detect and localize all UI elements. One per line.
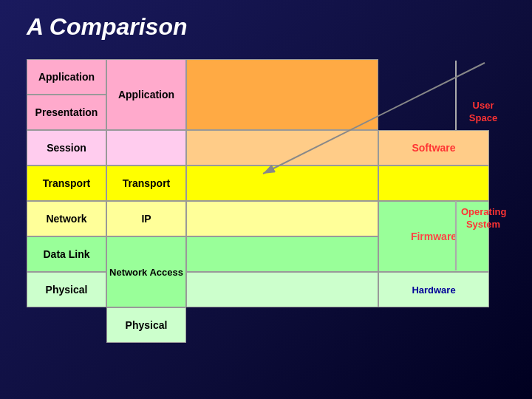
tcpip-physical: Physical	[106, 307, 186, 343]
osi-physical: Physical	[27, 272, 106, 307]
tcpip-transport: Transport	[106, 166, 186, 201]
os-detail-transport	[378, 166, 489, 201]
detail-session	[186, 130, 378, 166]
hardware-area: Hardware	[378, 272, 489, 307]
detail-datalink	[186, 236, 378, 272]
detail-app-pres	[186, 59, 378, 130]
tcpip-network-access: Network Access	[106, 236, 186, 307]
page-title: A Comparison	[27, 13, 188, 41]
tcpip-column: Application Transport IP Network Access …	[106, 59, 186, 343]
detail-physical	[186, 272, 378, 307]
user-space-label: User Space	[461, 100, 505, 125]
osi-transport: Transport	[27, 166, 106, 201]
osi-column: Application Presentation Session Transpo…	[27, 59, 106, 307]
software-area: Software	[378, 130, 489, 166]
page: A Comparison Application Presentation Se…	[0, 0, 532, 399]
tcpip-ip: IP	[106, 201, 186, 236]
hardware-label: Hardware	[412, 284, 455, 296]
os-label: Operating System	[461, 206, 505, 231]
tcpip-session-empty	[106, 130, 186, 166]
osi-application: Application	[27, 59, 106, 95]
detail-network	[186, 201, 378, 236]
osi-presentation: Presentation	[27, 95, 106, 130]
software-label: Software	[412, 142, 455, 154]
osi-session: Session	[27, 130, 106, 166]
osi-datalink: Data Link	[27, 236, 106, 272]
comparison-table: Application Presentation Session Transpo…	[27, 59, 505, 377]
osi-network: Network	[27, 201, 106, 236]
tcpip-application: Application	[106, 59, 186, 130]
detail-transport	[186, 166, 378, 201]
